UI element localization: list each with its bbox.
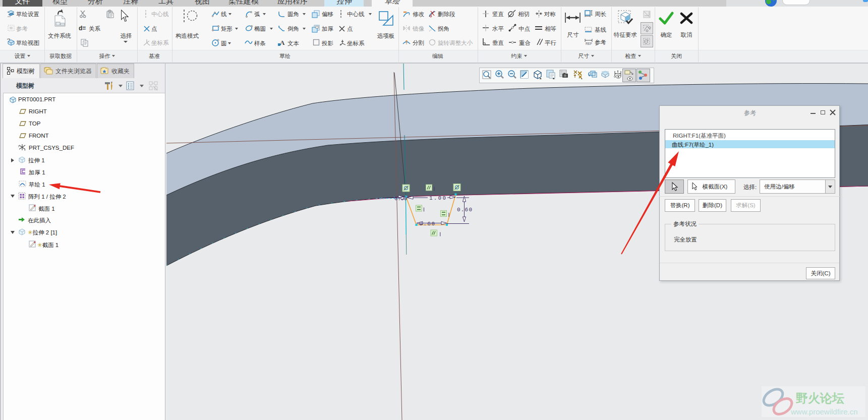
svg-text:野火论坛: 野火论坛 [795,391,844,405]
svg-text:x: x [24,148,26,151]
svg-text:0.60: 0.60 [457,207,472,213]
svg-text:d=: d= [79,25,86,31]
svg-text:www.proewildfire.cn: www.proewildfire.cn [790,407,858,416]
svg-text:A: A [280,39,285,46]
svg-text:0.60: 0.60 [419,221,435,227]
svg-text:REF: REF [586,42,592,45]
